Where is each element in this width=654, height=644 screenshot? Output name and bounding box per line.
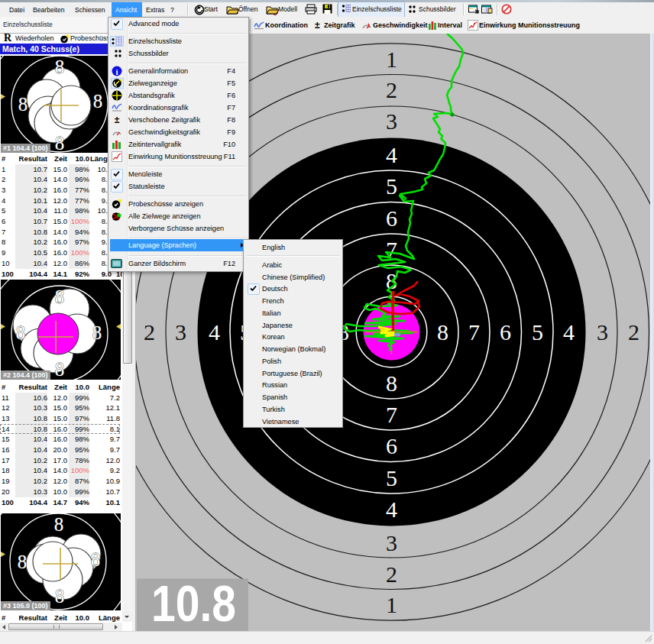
svg-text:4: 4 <box>563 319 575 345</box>
svg-text:i: i <box>115 67 118 76</box>
svg-text:2: 2 <box>628 319 639 345</box>
svg-text:5: 5 <box>386 465 397 490</box>
svg-text:2: 2 <box>386 561 397 587</box>
svg-text:3: 3 <box>175 319 186 345</box>
svg-text:6: 6 <box>386 205 397 231</box>
svg-text:8: 8 <box>55 286 65 307</box>
svg-text:8: 8 <box>437 319 448 345</box>
svg-text:4: 4 <box>386 497 397 522</box>
svg-text:8: 8 <box>93 91 103 112</box>
svg-text:8: 8 <box>18 552 28 572</box>
svg-text:3: 3 <box>386 108 397 134</box>
svg-text:4: 4 <box>209 319 220 345</box>
svg-text:8: 8 <box>91 549 101 570</box>
svg-text:1: 1 <box>386 47 397 72</box>
svg-text:7: 7 <box>468 319 480 345</box>
svg-text:5: 5 <box>386 173 397 199</box>
svg-text:8: 8 <box>55 586 65 607</box>
svg-text:8: 8 <box>55 359 65 380</box>
svg-text:1: 1 <box>386 592 397 617</box>
svg-text:3: 3 <box>597 319 608 345</box>
svg-text:3: 3 <box>386 530 397 555</box>
svg-text:6: 6 <box>500 319 511 345</box>
svg-text:8: 8 <box>18 94 28 115</box>
svg-text:±: ± <box>115 115 120 125</box>
svg-text:8: 8 <box>55 57 65 77</box>
svg-text:8: 8 <box>55 133 65 154</box>
svg-text:10.8: 10.8 <box>151 575 236 631</box>
svg-text:8: 8 <box>16 322 26 343</box>
svg-text:4: 4 <box>386 142 397 167</box>
svg-text:7: 7 <box>386 402 397 427</box>
svg-text:2: 2 <box>144 319 155 345</box>
svg-text:8: 8 <box>386 371 397 396</box>
svg-text:6: 6 <box>386 433 397 458</box>
svg-text:8: 8 <box>92 322 102 343</box>
svg-text:8: 8 <box>54 514 64 535</box>
svg-text:2: 2 <box>386 77 397 102</box>
svg-text:5: 5 <box>532 319 543 345</box>
